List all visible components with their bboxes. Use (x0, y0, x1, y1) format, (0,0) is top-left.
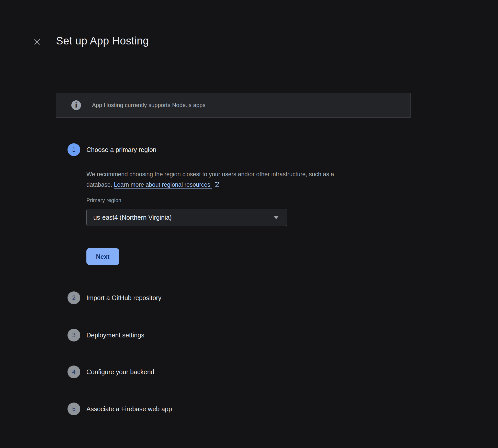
stepper-connector (74, 308, 74, 325)
description-line-2-prefix: database. (86, 181, 114, 188)
step-2-number: 2 (72, 294, 75, 301)
primary-region-select[interactable]: us-east4 (Northern Virginia) (86, 209, 287, 226)
next-button[interactable]: Next (86, 248, 119, 265)
step-1-title: Choose a primary region (86, 146, 156, 154)
primary-region-value: us-east4 (Northern Virginia) (93, 214, 273, 221)
step-4-indicator: 4 (67, 366, 80, 378)
step-4-number: 4 (72, 368, 75, 375)
primary-region-label: Primary region (86, 197, 121, 203)
close-icon (33, 38, 41, 46)
page-title: Set up App Hosting (56, 35, 149, 47)
open-in-new-icon[interactable] (214, 181, 220, 191)
stepper-connector (74, 160, 74, 288)
stepper-connector (74, 382, 74, 399)
learn-more-link[interactable]: Learn more about regional resources (114, 181, 212, 188)
next-button-label: Next (96, 253, 110, 260)
region-description: We recommend choosing the region closest… (86, 169, 406, 191)
step-3-title: Deployment settings (86, 332, 144, 339)
step-1-indicator: 1 (67, 143, 80, 156)
stepper-connector (74, 345, 74, 362)
step-2-title: Import a GitHub repository (86, 294, 161, 302)
description-line-1: We recommend choosing the region closest… (86, 171, 334, 178)
chevron-down-icon (273, 216, 279, 219)
step-5-indicator: 5 (67, 403, 80, 415)
info-icon: i (71, 100, 81, 110)
step-5-number: 5 (72, 405, 75, 412)
step-1-number: 1 (72, 146, 75, 153)
info-banner: i App Hosting currently supports Node.js… (56, 93, 411, 117)
close-button[interactable] (32, 37, 42, 47)
step-3-indicator: 3 (67, 329, 80, 341)
step-3-number: 3 (72, 332, 75, 339)
step-4-title: Configure your backend (86, 368, 154, 376)
info-banner-text: App Hosting currently supports Node.js a… (92, 102, 206, 109)
step-5-title: Associate a Firebase web app (86, 405, 172, 413)
step-2-indicator: 2 (67, 291, 80, 304)
